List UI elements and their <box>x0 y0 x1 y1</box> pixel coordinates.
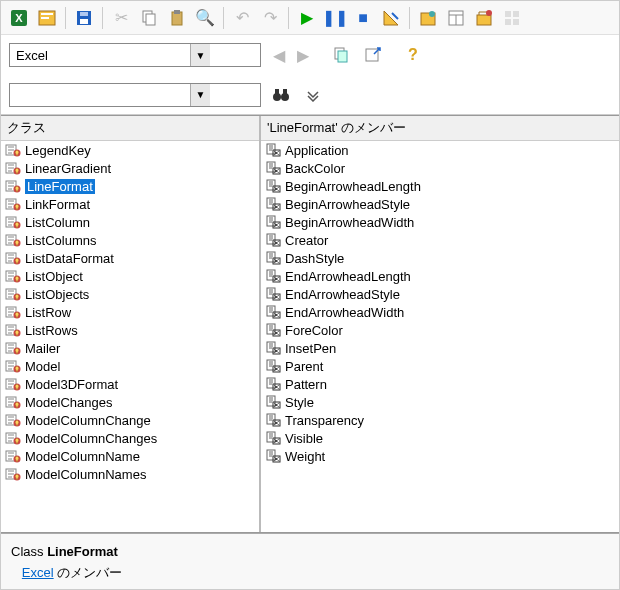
class-item[interactable]: LineFormat <box>1 177 259 195</box>
details-pane: Class LineFormat Excel のメンバー <box>1 533 619 590</box>
svg-rect-22 <box>513 11 519 17</box>
class-icon <box>5 358 21 374</box>
save-icon[interactable] <box>72 6 96 30</box>
library-link[interactable]: Excel <box>22 565 54 580</box>
class-item[interactable]: Model3DFormat <box>1 375 259 393</box>
class-icon <box>5 142 21 158</box>
member-item[interactable]: BackColor <box>261 159 619 177</box>
class-icon <box>5 412 21 428</box>
classes-pane: クラス LegendKeyLinearGradientLineFormatLin… <box>1 116 261 532</box>
member-label: DashStyle <box>285 251 344 266</box>
classes-header: クラス <box>1 116 259 141</box>
svg-rect-31 <box>283 89 287 94</box>
class-item[interactable]: ModelColumnChanges <box>1 429 259 447</box>
view-definition-icon[interactable] <box>361 43 385 67</box>
search-input[interactable] <box>10 84 190 106</box>
class-item[interactable]: ListColumn <box>1 213 259 231</box>
class-item[interactable]: LinkFormat <box>1 195 259 213</box>
member-item[interactable]: BeginArrowheadLength <box>261 177 619 195</box>
class-icon <box>5 250 21 266</box>
member-item[interactable]: Pattern <box>261 375 619 393</box>
member-item[interactable]: EndArrowheadStyle <box>261 285 619 303</box>
help-icon[interactable]: ? <box>401 43 425 67</box>
member-item[interactable]: Application <box>261 141 619 159</box>
copy-icon[interactable] <box>137 6 161 30</box>
svg-text:X: X <box>15 12 23 24</box>
class-item[interactable]: LegendKey <box>1 141 259 159</box>
selected-class-name: LineFormat <box>47 544 118 559</box>
member-item[interactable]: Style <box>261 393 619 411</box>
member-label: Transparency <box>285 413 364 428</box>
chevron-down-icon[interactable]: ▼ <box>190 44 210 66</box>
search-combo[interactable]: ▼ <box>9 83 261 107</box>
class-item[interactable]: ModelChanges <box>1 393 259 411</box>
member-item[interactable]: Creator <box>261 231 619 249</box>
class-icon <box>5 448 21 464</box>
binoculars-icon[interactable] <box>269 83 293 107</box>
copy-to-clipboard-icon[interactable] <box>329 43 353 67</box>
library-input[interactable] <box>10 44 190 66</box>
class-icon <box>5 232 21 248</box>
member-item[interactable]: Parent <box>261 357 619 375</box>
class-item[interactable]: ListObjects <box>1 285 259 303</box>
member-item[interactable]: Visible <box>261 429 619 447</box>
member-item[interactable]: Transparency <box>261 411 619 429</box>
svg-rect-4 <box>41 17 49 19</box>
class-item[interactable]: ListRow <box>1 303 259 321</box>
class-item[interactable]: ModelColumnNames <box>1 465 259 483</box>
class-item[interactable]: Mailer <box>1 339 259 357</box>
property-icon <box>265 196 281 212</box>
class-icon <box>5 214 21 230</box>
property-icon <box>265 286 281 302</box>
project-explorer-icon[interactable] <box>416 6 440 30</box>
design-mode-icon[interactable] <box>379 6 403 30</box>
member-item[interactable]: BeginArrowheadWidth <box>261 213 619 231</box>
class-item[interactable]: ListRows <box>1 321 259 339</box>
nav-back-icon: ◀ <box>269 43 289 67</box>
class-item[interactable]: ModelColumnName <box>1 447 259 465</box>
property-icon <box>265 268 281 284</box>
properties-window-icon[interactable] <box>444 6 468 30</box>
member-item[interactable]: InsetPen <box>261 339 619 357</box>
member-item[interactable]: EndArrowheadWidth <box>261 303 619 321</box>
classes-list[interactable]: LegendKeyLinearGradientLineFormatLinkFor… <box>1 141 259 532</box>
member-item[interactable]: DashStyle <box>261 249 619 267</box>
view-form-icon[interactable] <box>35 6 59 30</box>
property-icon <box>265 178 281 194</box>
svg-rect-30 <box>275 89 279 94</box>
class-item[interactable]: ModelColumnChange <box>1 411 259 429</box>
class-item[interactable]: ListDataFormat <box>1 249 259 267</box>
svg-rect-3 <box>41 13 53 15</box>
nav-forward-icon: ▶ <box>293 43 313 67</box>
class-item[interactable]: ListObject <box>1 267 259 285</box>
class-item[interactable]: ListColumns <box>1 231 259 249</box>
class-icon <box>5 304 21 320</box>
stop-icon[interactable]: ■ <box>351 6 375 30</box>
member-item[interactable]: ForeColor <box>261 321 619 339</box>
members-list[interactable]: ApplicationBackColorBeginArrowheadLength… <box>261 141 619 532</box>
library-row: ▼ ◀ ▶ ? <box>1 35 619 75</box>
member-label: BeginArrowheadWidth <box>285 215 414 230</box>
run-icon[interactable]: ▶ <box>295 6 319 30</box>
class-icon <box>5 178 21 194</box>
excel-app-icon[interactable]: X <box>7 6 31 30</box>
member-item[interactable]: BeginArrowheadStyle <box>261 195 619 213</box>
class-item[interactable]: LinearGradient <box>1 159 259 177</box>
member-label: BeginArrowheadLength <box>285 179 421 194</box>
member-item[interactable]: EndArrowheadLength <box>261 267 619 285</box>
member-label: EndArrowheadLength <box>285 269 411 284</box>
class-label: ListColumn <box>25 215 90 230</box>
chevron-down-icon[interactable]: ▼ <box>190 84 210 106</box>
property-icon <box>265 394 281 410</box>
class-icon <box>5 322 21 338</box>
property-icon <box>265 376 281 392</box>
class-label: ListDataFormat <box>25 251 114 266</box>
class-item[interactable]: Model <box>1 357 259 375</box>
member-of-text: のメンバー <box>54 565 123 580</box>
pause-icon[interactable]: ❚❚ <box>323 6 347 30</box>
show-search-results-icon[interactable] <box>301 83 325 107</box>
member-item[interactable]: Weight <box>261 447 619 465</box>
toolbox-icon[interactable] <box>472 6 496 30</box>
class-label: LineFormat <box>25 179 95 194</box>
library-combo[interactable]: ▼ <box>9 43 261 67</box>
